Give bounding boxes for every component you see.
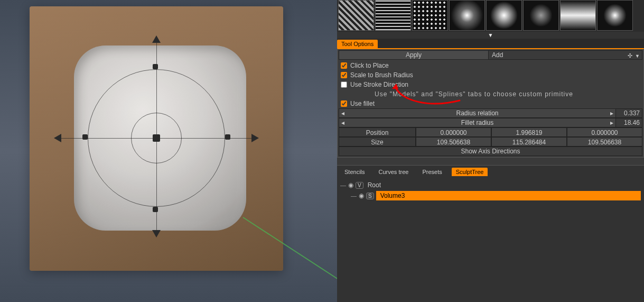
type-badge-v: V bbox=[356, 182, 363, 189]
tree-root-row[interactable]: — ◉ V Root bbox=[337, 180, 644, 190]
primitive-rounded-cube bbox=[74, 45, 246, 231]
brush-thumb[interactable] bbox=[597, 0, 633, 31]
size-x-input[interactable]: 109.506638 bbox=[416, 137, 491, 147]
brush-thumb[interactable] bbox=[560, 0, 596, 31]
chevron-down-icon: ▼ bbox=[635, 52, 640, 60]
use-stroke-direction-checkbox[interactable]: Use Stroke Direction bbox=[338, 80, 643, 89]
vector-label: Position bbox=[339, 127, 416, 137]
fillet-radius-slider[interactable]: ◂Fillet radius▸ 18.46 bbox=[339, 118, 642, 127]
right-panel: Tool Options Apply Add ✣ ▼ Click to Plac… bbox=[337, 0, 644, 302]
radius-relation-slider[interactable]: ◂Radius relation▸ 0.337 bbox=[339, 108, 642, 118]
brush-expand-toggle[interactable] bbox=[337, 32, 644, 39]
brush-thumb[interactable] bbox=[449, 0, 485, 31]
size-z-input[interactable]: 109.506638 bbox=[567, 137, 642, 147]
click-to-place-checkbox[interactable]: Click to Place bbox=[338, 61, 643, 70]
checkbox-input[interactable] bbox=[341, 62, 347, 69]
brush-thumb[interactable] bbox=[523, 0, 559, 31]
hint-text: Use "Models" and "Splines" tabs to choos… bbox=[338, 89, 643, 99]
gear-icon[interactable]: ✣ bbox=[628, 51, 632, 60]
apply-button[interactable]: Apply bbox=[339, 51, 489, 59]
scale-to-brush-checkbox[interactable]: Scale to Brush Radius bbox=[338, 70, 643, 80]
checkbox-label: Scale to Brush Radius bbox=[350, 71, 413, 79]
position-z-input[interactable]: 0.000000 bbox=[567, 127, 642, 137]
size-row: Size 109.506638 115.286484 109.506638 bbox=[339, 137, 642, 147]
tree-item-label-selected[interactable]: Volume3 bbox=[376, 191, 641, 200]
tool-options-panel: Apply Add ✣ ▼ Click to Place Scale to Br… bbox=[337, 48, 644, 158]
use-fillet-checkbox[interactable]: Use fillet bbox=[338, 99, 643, 108]
tab-tool-options[interactable]: Tool Options bbox=[337, 40, 378, 48]
position-row: Position 0.000000 1.996819 0.000000 bbox=[339, 127, 642, 137]
tab-stencils[interactable]: Stencils bbox=[340, 168, 369, 176]
collapse-icon[interactable]: — bbox=[351, 193, 357, 199]
brush-thumb[interactable] bbox=[375, 0, 411, 31]
brush-thumb[interactable] bbox=[412, 0, 448, 31]
tab-curves-tree[interactable]: Curves tree bbox=[375, 168, 413, 176]
eye-icon[interactable]: ◉ bbox=[359, 192, 364, 199]
slider-value[interactable]: 18.46 bbox=[615, 118, 642, 127]
slider-value[interactable]: 0.337 bbox=[615, 109, 642, 117]
mode-dropdown[interactable]: Add ✣ ▼ bbox=[489, 51, 642, 59]
tree-tab-strip: Stencils Curves tree Presets SculptTree bbox=[337, 165, 644, 178]
vector-label: Size bbox=[339, 137, 416, 147]
checkbox-input[interactable] bbox=[341, 81, 347, 88]
checkbox-label: Click to Place bbox=[350, 62, 389, 69]
slider-label-text: Fillet radius bbox=[461, 119, 493, 126]
checkbox-label: Use fillet bbox=[350, 100, 375, 107]
checkbox-label: Use Stroke Direction bbox=[350, 81, 408, 88]
collapse-icon[interactable]: — bbox=[340, 182, 346, 188]
checkbox-input[interactable] bbox=[341, 72, 347, 78]
tree-volume-row[interactable]: — ◉ S Volume3 bbox=[337, 190, 644, 202]
size-y-input[interactable]: 115.286484 bbox=[491, 137, 567, 147]
sculpt-tree: — ◉ V Root — ◉ S Volume3 bbox=[337, 178, 644, 302]
brush-thumb[interactable] bbox=[486, 0, 522, 31]
slider-label-text: Radius relation bbox=[456, 109, 498, 117]
type-badge-s: S bbox=[366, 193, 374, 199]
position-x-input[interactable]: 0.000000 bbox=[416, 127, 491, 137]
mode-dropdown-value: Add bbox=[492, 51, 503, 59]
brush-palette[interactable] bbox=[337, 0, 644, 32]
checkbox-input[interactable] bbox=[341, 100, 347, 107]
show-axis-button[interactable]: Show Axis Directions bbox=[339, 147, 642, 156]
3d-viewport[interactable] bbox=[0, 0, 337, 302]
eye-icon[interactable]: ◉ bbox=[348, 181, 353, 189]
brush-thumb[interactable] bbox=[338, 0, 374, 31]
tab-sculpt-tree[interactable]: SculptTree bbox=[452, 168, 488, 176]
tab-presets[interactable]: Presets bbox=[418, 168, 446, 176]
tree-item-label: Root bbox=[366, 181, 381, 189]
position-y-input[interactable]: 1.996819 bbox=[491, 127, 567, 137]
